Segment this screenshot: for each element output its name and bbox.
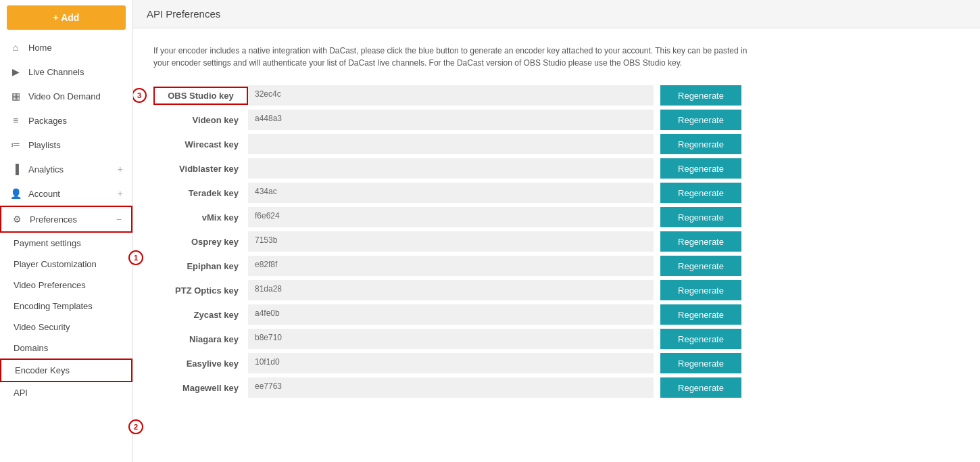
sidebar-subitem-encoder-keys[interactable]: Encoder Keys <box>0 359 132 382</box>
key-label-obs: OBS Studio key <box>153 87 248 105</box>
key-label-vidblaster: Vidblaster key <box>153 164 248 174</box>
regenerate-button-vidblaster[interactable]: Regenerate <box>660 158 741 179</box>
key-value-wirecast <box>248 134 654 154</box>
regenerate-button-easylive[interactable]: Regenerate <box>660 353 741 373</box>
key-row-teradek: Teradek key 434ac Regenerate <box>153 183 960 203</box>
analytics-icon: ▐ <box>9 164 22 175</box>
sidebar-subitem-encoding-templates[interactable]: Encoding Templates <box>0 296 132 317</box>
key-value-easylive: 10f1d0 <box>248 353 654 373</box>
add-button[interactable]: + Add <box>7 5 126 30</box>
sidebar-label-preferences: Preferences <box>30 214 116 225</box>
sidebar-item-video-on-demand[interactable]: ▦ Video On Demand <box>0 84 132 108</box>
sidebar-item-home[interactable]: ⌂ Home <box>0 35 132 60</box>
key-row-videon: Videon key a448a3 Regenerate <box>153 110 960 130</box>
key-value-vmix: f6e624 <box>248 207 654 227</box>
key-row-obs: 3 OBS Studio key 32ec4c Regenerate <box>153 85 960 106</box>
key-label-niagara: Niagara key <box>153 334 248 344</box>
sidebar-subitem-domains[interactable]: Domains <box>0 338 132 359</box>
sidebar-label-home: Home <box>28 43 123 53</box>
playlists-icon: ≔ <box>9 139 22 150</box>
key-label-wirecast: Wirecast key <box>153 139 248 149</box>
sidebar-label-live-channels: Live Channels <box>28 67 123 77</box>
sidebar-item-live-channels[interactable]: ▶ Live Channels <box>0 60 132 84</box>
main-content: API Preferences If your encoder includes… <box>133 0 980 462</box>
sidebar-subitem-payment-settings[interactable]: Payment settings <box>0 233 132 254</box>
key-value-ptz-optics: 81da28 <box>248 280 654 300</box>
regenerate-button-wirecast[interactable]: Regenerate <box>660 134 741 154</box>
minus-icon-preferences[interactable]: − <box>116 214 122 225</box>
key-value-osprey: 7153b <box>248 231 654 252</box>
regenerate-button-magewell[interactable]: Regenerate <box>660 377 741 398</box>
account-icon: 👤 <box>9 188 22 199</box>
key-row-vmix: vMix key f6e624 Regenerate <box>153 207 960 227</box>
sidebar-subitem-player-customization[interactable]: Player Customization <box>0 254 132 275</box>
key-value-niagara: b8e710 <box>248 329 654 349</box>
packages-icon: ≡ <box>9 115 22 126</box>
sidebar: + Add ⌂ Home ▶ Live Channels ▦ Video On … <box>0 0 133 462</box>
key-row-magewell: Magewell key ee7763 Regenerate <box>153 377 960 398</box>
key-label-ptz-optics: PTZ Optics key <box>153 285 248 296</box>
key-row-epiphan: Epiphan key e82f8f Regenerate <box>153 256 960 276</box>
regenerate-button-vmix[interactable]: Regenerate <box>660 207 741 227</box>
key-value-magewell: ee7763 <box>248 377 654 398</box>
sidebar-label-account: Account <box>28 189 118 199</box>
key-label-zycast: Zycast key <box>153 310 248 320</box>
preferences-icon: ⚙ <box>11 214 23 225</box>
plus-icon-account[interactable]: + <box>118 188 123 199</box>
regenerate-button-osprey[interactable]: Regenerate <box>660 231 741 252</box>
sidebar-item-playlists[interactable]: ≔ Playlists <box>0 133 132 157</box>
key-row-osprey: Osprey key 7153b Regenerate <box>153 231 960 252</box>
key-label-osprey: Osprey key <box>153 237 248 247</box>
sidebar-item-packages[interactable]: ≡ Packages <box>0 108 132 133</box>
key-label-videon: Videon key <box>153 115 248 125</box>
sidebar-label-playlists: Playlists <box>28 140 123 150</box>
live-channels-icon: ▶ <box>9 66 22 77</box>
key-row-easylive: Easylive key 10f1d0 Regenerate <box>153 353 960 373</box>
regenerate-button-zycast[interactable]: Regenerate <box>660 304 741 325</box>
home-icon: ⌂ <box>9 42 22 53</box>
video-on-demand-icon: ▦ <box>9 91 22 101</box>
key-value-epiphan: e82f8f <box>248 256 654 276</box>
content-area: If your encoder includes a native integr… <box>133 28 980 418</box>
regenerate-button-epiphan[interactable]: Regenerate <box>660 256 741 276</box>
key-value-obs: 32ec4c <box>248 85 654 106</box>
sidebar-subitem-api[interactable]: API <box>0 382 132 403</box>
sidebar-item-analytics[interactable]: ▐ Analytics + <box>0 157 132 181</box>
page-title: API Preferences <box>147 8 220 20</box>
key-row-wirecast: Wirecast key Regenerate <box>153 134 960 154</box>
info-text: If your encoder includes a native integr… <box>153 45 762 69</box>
sidebar-item-preferences[interactable]: ⚙ Preferences − <box>0 206 132 233</box>
key-label-epiphan: Epiphan key <box>153 261 248 271</box>
regenerate-button-obs[interactable]: Regenerate <box>660 85 741 106</box>
sidebar-subitem-video-security[interactable]: Video Security <box>0 317 132 338</box>
annotation-3: 3 <box>133 88 147 103</box>
sidebar-label-video-on-demand: Video On Demand <box>28 91 123 101</box>
regenerate-button-niagara[interactable]: Regenerate <box>660 329 741 349</box>
regenerate-button-videon[interactable]: Regenerate <box>660 110 741 130</box>
sidebar-subitem-video-preferences[interactable]: Video Preferences <box>0 275 132 296</box>
key-value-zycast: a4fe0b <box>248 304 654 325</box>
sidebar-label-packages: Packages <box>28 116 123 126</box>
key-label-easylive: Easylive key <box>153 359 248 369</box>
regenerate-button-teradek[interactable]: Regenerate <box>660 183 741 203</box>
key-value-vidblaster <box>248 158 654 179</box>
key-row-vidblaster: Vidblaster key Regenerate <box>153 158 960 179</box>
page-header: API Preferences <box>133 0 980 28</box>
regenerate-button-ptz-optics[interactable]: Regenerate <box>660 280 741 300</box>
key-value-videon: a448a3 <box>248 110 654 130</box>
key-row-ptz-optics: PTZ Optics key 81da28 Regenerate <box>153 280 960 300</box>
sidebar-label-analytics: Analytics <box>28 164 118 175</box>
key-row-zycast: Zycast key a4fe0b Regenerate <box>153 304 960 325</box>
plus-icon-analytics[interactable]: + <box>118 164 123 175</box>
key-row-niagara: Niagara key b8e710 Regenerate <box>153 329 960 349</box>
key-value-teradek: 434ac <box>248 183 654 203</box>
key-label-teradek: Teradek key <box>153 188 248 198</box>
key-label-vmix: vMix key <box>153 212 248 223</box>
key-label-magewell: Magewell key <box>153 383 248 393</box>
sidebar-item-account[interactable]: 👤 Account + <box>0 181 132 206</box>
